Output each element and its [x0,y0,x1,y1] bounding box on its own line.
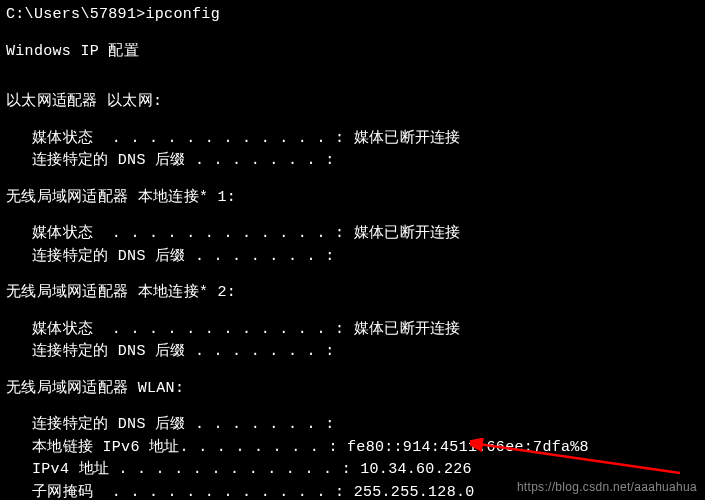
config-value: 媒体已断开连接 [354,130,461,147]
config-line: 本地链接 IPv6 地址. . . . . . . . : fe80::914:… [6,437,699,460]
config-dots: . . . . . . . : [186,152,335,169]
config-value: 媒体已断开连接 [354,225,461,242]
config-value: fe80::914:4511:66ee:7dfa%8 [347,439,589,456]
config-line: 连接特定的 DNS 后缀 . . . . . . . : [6,150,699,173]
config-label: 连接特定的 DNS 后缀 [32,248,186,265]
config-header: Windows IP 配置 [6,41,699,64]
config-label: 媒体状态 [32,321,93,338]
config-label: 连接特定的 DNS 后缀 [32,416,186,433]
config-dots: . . . . . . . . . . . . : [93,484,353,501]
config-label: IPv4 地址 [32,461,109,478]
config-value: 10.34.60.226 [360,461,472,478]
config-line: 媒体状态 . . . . . . . . . . . . : 媒体已断开连接 [6,319,699,342]
config-dots: . . . . . . . . . . . . : [109,461,360,478]
adapter-title: 无线局域网适配器 本地连接* 2: [6,282,699,305]
config-label: 本地链接 IPv6 地址 [32,439,180,456]
config-line: 连接特定的 DNS 后缀 . . . . . . . : [6,414,699,437]
config-label: 连接特定的 DNS 后缀 [32,343,186,360]
adapter-title: 无线局域网适配器 WLAN: [6,378,699,401]
adapter-details: 媒体状态 . . . . . . . . . . . . : 媒体已断开连接连接… [6,128,699,173]
config-dots: . . . . . . . . : [180,439,347,456]
config-line: 媒体状态 . . . . . . . . . . . . : 媒体已断开连接 [6,128,699,151]
adapter-title: 无线局域网适配器 本地连接* 1: [6,187,699,210]
adapter-details: 媒体状态 . . . . . . . . . . . . : 媒体已断开连接连接… [6,319,699,364]
config-dots: . . . . . . . : [186,343,335,360]
watermark: https://blog.csdn.net/aaahuahua [517,478,697,496]
config-line: 媒体状态 . . . . . . . . . . . . : 媒体已断开连接 [6,223,699,246]
config-label: 连接特定的 DNS 后缀 [32,152,186,169]
adapter-details: 媒体状态 . . . . . . . . . . . . : 媒体已断开连接连接… [6,223,699,268]
config-dots: . . . . . . . : [186,416,335,433]
config-label: 媒体状态 [32,225,93,242]
config-line: 连接特定的 DNS 后缀 . . . . . . . : [6,341,699,364]
config-value: 255.255.128.0 [354,484,475,501]
config-label: 媒体状态 [32,130,93,147]
config-line: 连接特定的 DNS 后缀 . . . . . . . : [6,246,699,269]
command-prompt: C:\Users\57891>ipconfig [6,4,699,27]
terminal-output: C:\Users\57891>ipconfigWindows IP 配置以太网适… [6,4,699,500]
adapter-title: 以太网适配器 以太网: [6,91,699,114]
config-dots: . . . . . . . . . . . . : [93,225,353,242]
config-label: 子网掩码 [32,484,93,501]
config-dots: . . . . . . . . . . . . : [93,130,353,147]
config-dots: . . . . . . . . . . . . : [93,321,353,338]
config-dots: . . . . . . . : [186,248,335,265]
config-value: 媒体已断开连接 [354,321,461,338]
